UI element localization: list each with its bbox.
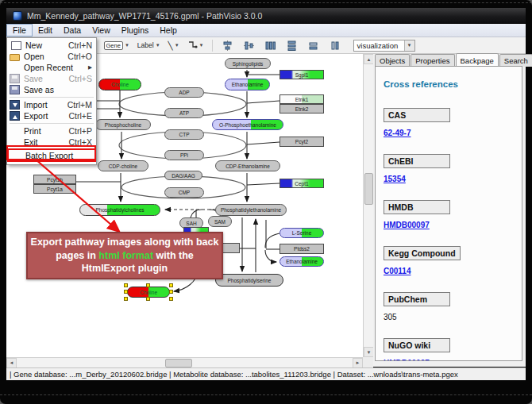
- annotation-callout: Export pathway images along with back pa…: [26, 232, 223, 279]
- visualization-combobox[interactable]: visualization ▼: [353, 40, 415, 52]
- pathway-node-sgpl1[interactable]: Sgpl1: [279, 70, 324, 79]
- node-label: Ethanolamine: [232, 82, 264, 87]
- selection-handle[interactable]: [146, 283, 150, 287]
- pathway-node-ethanolamine-bottom[interactable]: Ethanolamine: [279, 256, 324, 267]
- chevron-down-icon[interactable]: ▼: [125, 43, 129, 48]
- submenu-arrow-icon: ▶: [88, 64, 92, 71]
- pathway-node-sam[interactable]: SAM: [208, 216, 232, 227]
- chevron-down-icon[interactable]: ▼: [199, 43, 204, 48]
- selection-handle[interactable]: [169, 297, 173, 301]
- crossref-link-chebi[interactable]: 15354: [384, 175, 522, 183]
- pathway-node-phosphatidylserine[interactable]: Phosphatidylserine: [215, 274, 283, 287]
- distribute-horizontal-icon[interactable]: [264, 40, 276, 52]
- menubar-item-view[interactable]: View: [87, 24, 116, 37]
- callout-line-3: HtmlExport plugin: [29, 262, 221, 275]
- file-menu-item-exit[interactable]: ExitCtrl+X: [7, 137, 96, 148]
- horizontal-scroll-thumb[interactable]: [165, 359, 192, 367]
- file-menu-item-open-recent[interactable]: Open Recent▶: [7, 62, 96, 73]
- node-label: Sphingolipids: [233, 61, 264, 67]
- menubar-item-help[interactable]: Help: [154, 24, 183, 37]
- chevron-down-icon[interactable]: ▼: [175, 43, 179, 48]
- pathway-node-adp[interactable]: ADP: [164, 87, 204, 98]
- file-menu-item-batch-export[interactable]: Batch Export: [7, 148, 96, 162]
- chevron-down-icon[interactable]: ▼: [404, 40, 414, 51]
- pathway-node-cmp[interactable]: CMP: [164, 187, 204, 198]
- pathway-node-dag-aag[interactable]: DAG/AAG: [164, 171, 202, 180]
- pathway-node-choline-bottom[interactable]: Choline: [127, 287, 170, 298]
- align-center-x-icon[interactable]: [222, 40, 233, 52]
- menubar-item-data[interactable]: Data: [58, 24, 87, 37]
- selection-handle[interactable]: [169, 290, 173, 294]
- pathway-node-ptdss2[interactable]: Ptdss2: [279, 244, 324, 254]
- frame-artifact-bottom: [0, 394, 532, 395]
- connector-tool-icon: [187, 40, 198, 51]
- pathway-node-ethanolamine-top[interactable]: Ethanolamine: [225, 79, 270, 90]
- pathway-node-cept1[interactable]: Cept1: [279, 179, 324, 188]
- pathway-node-pcyt1b[interactable]: Pcyt1b: [33, 175, 76, 184]
- menubar-item-edit[interactable]: Edit: [33, 24, 58, 37]
- menu-item-label: Batch Export: [25, 151, 91, 160]
- pathway-node-l-serine[interactable]: L-Serine: [279, 228, 324, 238]
- pathway-node-atp[interactable]: ATP: [164, 108, 204, 118]
- menu-item-shortcut: Ctrl+P: [69, 126, 92, 136]
- pathway-node-phosphatidylethanolamine[interactable]: Phosphatidylethanolamine: [215, 204, 287, 216]
- pathway-node-sphingolipids[interactable]: Sphingolipids: [225, 58, 271, 69]
- canvas-horizontal-scrollbar[interactable]: ◄ ►: [6, 357, 363, 367]
- pathway-node-phosphocholine[interactable]: Phosphocholine: [95, 119, 151, 130]
- scroll-left-icon[interactable]: ◄: [6, 358, 17, 368]
- crossref-link-cas[interactable]: 62-49-7: [384, 129, 522, 137]
- selection-handle[interactable]: [169, 283, 173, 287]
- pathway-node-ppi[interactable]: PPi: [164, 150, 204, 160]
- canvas-vertical-scrollbar[interactable]: ▲ ▼: [363, 54, 373, 357]
- file-menu-item-new[interactable]: NewCtrl+N: [7, 40, 96, 51]
- crossref-link-nugo-wiki[interactable]: HMDB00097: [384, 359, 522, 361]
- chevron-down-icon[interactable]: ▼: [156, 43, 160, 48]
- pathway-node-pcyt1a[interactable]: Pcyt1a: [33, 184, 76, 194]
- pathway-node-pcyt2[interactable]: Pcyt2: [279, 137, 324, 147]
- common-height-icon[interactable]: [329, 40, 341, 52]
- crossref-link-kegg-compound[interactable]: C00114: [384, 267, 522, 275]
- file-menu-item-import[interactable]: ImportCtrl+M: [7, 99, 96, 110]
- file-menu-item-export[interactable]: ExportCtrl+E: [7, 110, 96, 121]
- tab-backpage[interactable]: Backpage: [456, 53, 499, 66]
- pathway-node-choline-top[interactable]: Choline: [98, 79, 141, 90]
- pathway-node-etnk2[interactable]: Etnk2: [279, 104, 324, 114]
- tab-objects[interactable]: Objects: [375, 54, 410, 67]
- pathway-node-cdp-ethanolamine[interactable]: CDP-Ethanolamine: [215, 160, 280, 171]
- callout-line-2: pages in html format with the: [29, 249, 221, 263]
- visualization-value: visualization: [357, 41, 399, 50]
- crossref-link-hmdb[interactable]: HMDB00097: [384, 221, 522, 229]
- selection-handle[interactable]: [124, 283, 128, 287]
- draw-connector-button[interactable]: ▼: [186, 39, 206, 52]
- align-center-y-icon[interactable]: [243, 40, 255, 52]
- add-gene-button[interactable]: Gene ▼: [102, 39, 131, 52]
- tab-search[interactable]: Search: [499, 54, 532, 67]
- distribute-vertical-icon[interactable]: [286, 40, 298, 52]
- vertical-scroll-thumb[interactable]: [364, 173, 373, 205]
- file-menu-item-print[interactable]: PrintCtrl+P: [7, 125, 96, 137]
- menubar-item-plugins[interactable]: Plugins: [116, 24, 154, 37]
- draw-line-button[interactable]: ╲ ▼: [167, 39, 181, 52]
- selection-handle[interactable]: [146, 297, 150, 301]
- file-menu-item-save-as[interactable]: Save as: [7, 84, 96, 95]
- pathway-node-etnk1[interactable]: Etnk1: [279, 94, 324, 104]
- menubar-item-file[interactable]: File: [6, 24, 33, 37]
- scroll-right-icon[interactable]: ►: [353, 358, 363, 368]
- pathway-node-o-phosphoethanolamine[interactable]: O-Phosphoethanolamine: [212, 119, 283, 130]
- add-label-button[interactable]: Label ▼: [136, 39, 162, 52]
- pathway-node-cdp-choline[interactable]: CDP-choline: [98, 160, 148, 171]
- selection-handle[interactable]: [124, 290, 128, 294]
- pathway-node-phosphatidylcholines[interactable]: Phosphatidylcholines: [79, 204, 160, 216]
- crossref-header-chebi: ChEBI: [384, 154, 450, 168]
- node-label: Etnk2: [295, 106, 309, 112]
- node-label: L-Serine: [292, 230, 312, 236]
- file-menu-item-open[interactable]: OpenCtrl+O: [7, 51, 96, 62]
- selection-handle[interactable]: [124, 297, 128, 301]
- pathway-node-ctp[interactable]: CTP: [164, 129, 204, 140]
- tab-properties[interactable]: Properties: [411, 54, 454, 67]
- menu-item-shortcut: Ctrl+X: [69, 137, 92, 147]
- common-width-icon[interactable]: [307, 40, 319, 52]
- crossref-header-kegg-compound: Kegg Compound: [384, 246, 461, 260]
- file-menu-item-save[interactable]: SaveCtrl+S: [7, 73, 96, 84]
- menu-item-label: Import: [24, 100, 61, 110]
